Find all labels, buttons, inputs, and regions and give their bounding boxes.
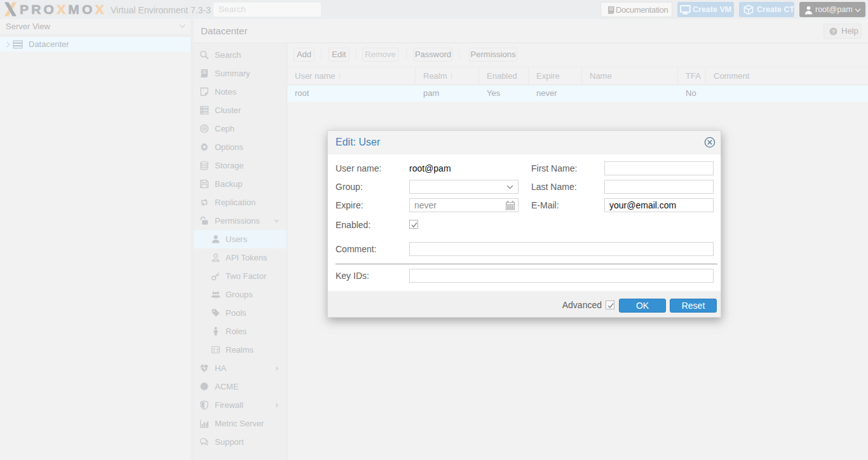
svg-text:?: ? <box>832 29 836 35</box>
